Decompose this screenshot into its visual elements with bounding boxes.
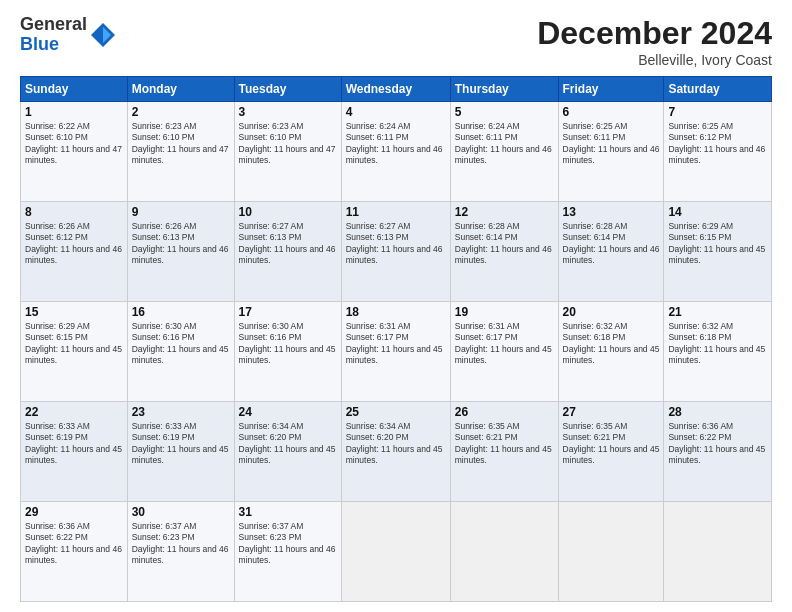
calendar-cell: 20 Sunrise: 6:32 AMSunset: 6:18 PMDaylig… xyxy=(558,302,664,402)
calendar-cell: 6 Sunrise: 6:25 AMSunset: 6:11 PMDayligh… xyxy=(558,102,664,202)
day-number: 27 xyxy=(563,405,660,419)
calendar-body: 1 Sunrise: 6:22 AMSunset: 6:10 PMDayligh… xyxy=(21,102,772,602)
day-number: 24 xyxy=(239,405,337,419)
calendar-cell xyxy=(664,502,772,602)
day-info: Sunrise: 6:25 AMSunset: 6:11 PMDaylight:… xyxy=(563,121,660,165)
calendar-cell: 14 Sunrise: 6:29 AMSunset: 6:15 PMDaylig… xyxy=(664,202,772,302)
calendar-cell: 2 Sunrise: 6:23 AMSunset: 6:10 PMDayligh… xyxy=(127,102,234,202)
calendar-cell xyxy=(558,502,664,602)
day-info: Sunrise: 6:36 AMSunset: 6:22 PMDaylight:… xyxy=(25,521,122,565)
calendar-cell: 21 Sunrise: 6:32 AMSunset: 6:18 PMDaylig… xyxy=(664,302,772,402)
day-info: Sunrise: 6:23 AMSunset: 6:10 PMDaylight:… xyxy=(239,121,336,165)
day-info: Sunrise: 6:24 AMSunset: 6:11 PMDaylight:… xyxy=(346,121,443,165)
calendar-cell: 15 Sunrise: 6:29 AMSunset: 6:15 PMDaylig… xyxy=(21,302,128,402)
page: General Blue December 2024 Belleville, I… xyxy=(0,0,792,612)
calendar-cell: 19 Sunrise: 6:31 AMSunset: 6:17 PMDaylig… xyxy=(450,302,558,402)
day-info: Sunrise: 6:26 AMSunset: 6:12 PMDaylight:… xyxy=(25,221,122,265)
month-title: December 2024 xyxy=(537,15,772,52)
week-row-5: 29 Sunrise: 6:36 AMSunset: 6:22 PMDaylig… xyxy=(21,502,772,602)
calendar-cell: 26 Sunrise: 6:35 AMSunset: 6:21 PMDaylig… xyxy=(450,402,558,502)
calendar-cell: 30 Sunrise: 6:37 AMSunset: 6:23 PMDaylig… xyxy=(127,502,234,602)
day-number: 19 xyxy=(455,305,554,319)
day-number: 7 xyxy=(668,105,767,119)
day-number: 30 xyxy=(132,505,230,519)
day-number: 29 xyxy=(25,505,123,519)
day-info: Sunrise: 6:29 AMSunset: 6:15 PMDaylight:… xyxy=(25,321,122,365)
day-info: Sunrise: 6:24 AMSunset: 6:11 PMDaylight:… xyxy=(455,121,552,165)
day-number: 26 xyxy=(455,405,554,419)
logo: General Blue xyxy=(20,15,117,55)
week-row-3: 15 Sunrise: 6:29 AMSunset: 6:15 PMDaylig… xyxy=(21,302,772,402)
day-info: Sunrise: 6:31 AMSunset: 6:17 PMDaylight:… xyxy=(455,321,552,365)
day-info: Sunrise: 6:28 AMSunset: 6:14 PMDaylight:… xyxy=(455,221,552,265)
header-day-wednesday: Wednesday xyxy=(341,77,450,102)
day-number: 21 xyxy=(668,305,767,319)
day-number: 16 xyxy=(132,305,230,319)
day-number: 2 xyxy=(132,105,230,119)
day-info: Sunrise: 6:34 AMSunset: 6:20 PMDaylight:… xyxy=(346,421,443,465)
day-info: Sunrise: 6:35 AMSunset: 6:21 PMDaylight:… xyxy=(455,421,552,465)
header: General Blue December 2024 Belleville, I… xyxy=(20,15,772,68)
calendar-cell: 18 Sunrise: 6:31 AMSunset: 6:17 PMDaylig… xyxy=(341,302,450,402)
calendar-cell: 13 Sunrise: 6:28 AMSunset: 6:14 PMDaylig… xyxy=(558,202,664,302)
day-number: 6 xyxy=(563,105,660,119)
calendar-header: SundayMondayTuesdayWednesdayThursdayFrid… xyxy=(21,77,772,102)
day-number: 10 xyxy=(239,205,337,219)
week-row-4: 22 Sunrise: 6:33 AMSunset: 6:19 PMDaylig… xyxy=(21,402,772,502)
header-day-monday: Monday xyxy=(127,77,234,102)
calendar-cell: 10 Sunrise: 6:27 AMSunset: 6:13 PMDaylig… xyxy=(234,202,341,302)
day-number: 8 xyxy=(25,205,123,219)
calendar-cell: 16 Sunrise: 6:30 AMSunset: 6:16 PMDaylig… xyxy=(127,302,234,402)
calendar-cell xyxy=(450,502,558,602)
calendar-cell xyxy=(341,502,450,602)
header-day-saturday: Saturday xyxy=(664,77,772,102)
header-day-thursday: Thursday xyxy=(450,77,558,102)
calendar-cell: 3 Sunrise: 6:23 AMSunset: 6:10 PMDayligh… xyxy=(234,102,341,202)
week-row-1: 1 Sunrise: 6:22 AMSunset: 6:10 PMDayligh… xyxy=(21,102,772,202)
day-number: 18 xyxy=(346,305,446,319)
calendar-table: SundayMondayTuesdayWednesdayThursdayFrid… xyxy=(20,76,772,602)
day-info: Sunrise: 6:27 AMSunset: 6:13 PMDaylight:… xyxy=(239,221,336,265)
day-number: 9 xyxy=(132,205,230,219)
calendar-cell: 22 Sunrise: 6:33 AMSunset: 6:19 PMDaylig… xyxy=(21,402,128,502)
day-number: 22 xyxy=(25,405,123,419)
calendar-cell: 4 Sunrise: 6:24 AMSunset: 6:11 PMDayligh… xyxy=(341,102,450,202)
day-number: 14 xyxy=(668,205,767,219)
calendar-cell: 1 Sunrise: 6:22 AMSunset: 6:10 PMDayligh… xyxy=(21,102,128,202)
day-info: Sunrise: 6:37 AMSunset: 6:23 PMDaylight:… xyxy=(239,521,336,565)
week-row-2: 8 Sunrise: 6:26 AMSunset: 6:12 PMDayligh… xyxy=(21,202,772,302)
day-number: 31 xyxy=(239,505,337,519)
header-row: SundayMondayTuesdayWednesdayThursdayFrid… xyxy=(21,77,772,102)
calendar-cell: 9 Sunrise: 6:26 AMSunset: 6:13 PMDayligh… xyxy=(127,202,234,302)
day-number: 20 xyxy=(563,305,660,319)
day-info: Sunrise: 6:32 AMSunset: 6:18 PMDaylight:… xyxy=(563,321,660,365)
header-day-friday: Friday xyxy=(558,77,664,102)
calendar-cell: 12 Sunrise: 6:28 AMSunset: 6:14 PMDaylig… xyxy=(450,202,558,302)
day-info: Sunrise: 6:25 AMSunset: 6:12 PMDaylight:… xyxy=(668,121,765,165)
day-number: 11 xyxy=(346,205,446,219)
calendar-cell: 29 Sunrise: 6:36 AMSunset: 6:22 PMDaylig… xyxy=(21,502,128,602)
day-info: Sunrise: 6:26 AMSunset: 6:13 PMDaylight:… xyxy=(132,221,229,265)
day-info: Sunrise: 6:30 AMSunset: 6:16 PMDaylight:… xyxy=(132,321,229,365)
logo-text: General Blue xyxy=(20,15,87,55)
day-info: Sunrise: 6:23 AMSunset: 6:10 PMDaylight:… xyxy=(132,121,229,165)
day-number: 15 xyxy=(25,305,123,319)
calendar-cell: 27 Sunrise: 6:35 AMSunset: 6:21 PMDaylig… xyxy=(558,402,664,502)
day-number: 12 xyxy=(455,205,554,219)
day-info: Sunrise: 6:33 AMSunset: 6:19 PMDaylight:… xyxy=(132,421,229,465)
calendar-cell: 24 Sunrise: 6:34 AMSunset: 6:20 PMDaylig… xyxy=(234,402,341,502)
location: Belleville, Ivory Coast xyxy=(537,52,772,68)
calendar-cell: 17 Sunrise: 6:30 AMSunset: 6:16 PMDaylig… xyxy=(234,302,341,402)
logo-blue: Blue xyxy=(20,35,87,55)
day-info: Sunrise: 6:37 AMSunset: 6:23 PMDaylight:… xyxy=(132,521,229,565)
day-number: 13 xyxy=(563,205,660,219)
day-number: 23 xyxy=(132,405,230,419)
day-info: Sunrise: 6:36 AMSunset: 6:22 PMDaylight:… xyxy=(668,421,765,465)
day-info: Sunrise: 6:22 AMSunset: 6:10 PMDaylight:… xyxy=(25,121,122,165)
day-info: Sunrise: 6:30 AMSunset: 6:16 PMDaylight:… xyxy=(239,321,336,365)
calendar-cell: 25 Sunrise: 6:34 AMSunset: 6:20 PMDaylig… xyxy=(341,402,450,502)
day-info: Sunrise: 6:29 AMSunset: 6:15 PMDaylight:… xyxy=(668,221,765,265)
calendar-cell: 23 Sunrise: 6:33 AMSunset: 6:19 PMDaylig… xyxy=(127,402,234,502)
day-number: 25 xyxy=(346,405,446,419)
logo-icon xyxy=(89,21,117,49)
